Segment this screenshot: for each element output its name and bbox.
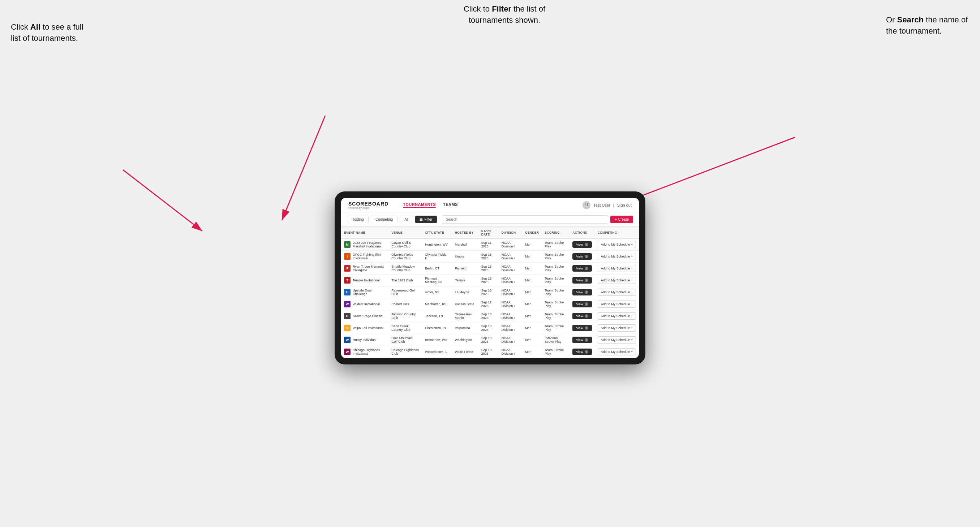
gender-cell: Men: [522, 334, 542, 346]
filter-button[interactable]: ☰ Filter: [415, 216, 436, 223]
event-name-cell: W Chicago Highlands Invitational: [341, 346, 388, 358]
city-cell: Manhattan, KS: [422, 298, 452, 310]
info-icon: i: [585, 290, 588, 294]
nav-tournaments[interactable]: TOURNAMENTS: [403, 202, 436, 208]
annotation-top-right: Or Search the name of the tournament.: [886, 14, 973, 37]
create-button[interactable]: + Create: [610, 216, 633, 223]
scoring-cell: Individual, Stroke Play: [542, 334, 570, 346]
tablet-frame: SCOREBOARD Powered by clippd TOURNAMENTS…: [335, 191, 645, 365]
view-button[interactable]: View i: [573, 265, 592, 271]
actions-cell: View i: [570, 322, 595, 334]
event-name-cell: V Valpo Fall Invitational: [341, 322, 388, 334]
annotation-top-left: Click All to see a full list of tourname…: [11, 22, 90, 44]
event-name-cell: I OFCC Fighting Illini Invitational: [341, 251, 388, 263]
competing-cell: Add to My Schedule +: [595, 298, 639, 310]
user-avatar: U: [582, 201, 590, 209]
view-button[interactable]: View i: [573, 325, 592, 331]
filter-icon: ☰: [420, 217, 423, 221]
venue-cell: Chicago Highlands Club: [388, 346, 422, 358]
event-name-cell: F Ryan T. Lee Memorial Collegiate: [341, 263, 388, 275]
view-button[interactable]: View i: [573, 289, 592, 295]
venue-cell: Jackson Country Club: [388, 310, 422, 322]
all-tab[interactable]: All: [400, 216, 413, 223]
hosted-by-cell: Wake Forest: [452, 346, 479, 358]
view-button[interactable]: View i: [573, 313, 592, 319]
add-to-schedule-button[interactable]: Add to My Schedule +: [598, 313, 636, 320]
competing-cell: Add to My Schedule +: [595, 275, 639, 286]
col-division: DIVISION: [499, 227, 522, 239]
hosting-tab[interactable]: Hosting: [347, 216, 369, 223]
team-logo: T: [344, 277, 350, 284]
division-cell: NCAA Division I: [499, 334, 522, 346]
team-logo: G: [344, 313, 350, 319]
city-cell: Plymouth Meeting, PA: [422, 275, 452, 286]
sign-out-link[interactable]: Sign out: [617, 203, 632, 207]
annotation-top-center: Click to Filter the list of tournaments …: [447, 3, 562, 26]
add-to-schedule-button[interactable]: Add to My Schedule +: [598, 348, 636, 356]
col-competing: COMPETING: [595, 227, 639, 239]
table-row: U Upstate Dual Challenge Ravenwood Golf …: [341, 286, 639, 298]
view-button[interactable]: View i: [573, 301, 592, 307]
info-icon: i: [585, 314, 588, 318]
event-name: Chicago Highlands Invitational: [353, 348, 385, 356]
team-logo: F: [344, 265, 350, 271]
scoring-cell: Team, Stroke Play: [542, 275, 570, 286]
division-cell: NCAA Division I: [499, 346, 522, 358]
view-button[interactable]: View i: [573, 241, 592, 248]
logo-area: SCOREBOARD Powered by clippd: [348, 201, 388, 209]
info-icon: i: [585, 255, 588, 258]
competing-cell: Add to My Schedule +: [595, 286, 639, 298]
add-to-schedule-button[interactable]: Add to My Schedule +: [598, 324, 636, 332]
search-input[interactable]: [442, 215, 609, 224]
gender-cell: Men: [522, 322, 542, 334]
team-logo: V: [344, 325, 350, 331]
add-to-schedule-button[interactable]: Add to My Schedule +: [598, 336, 636, 343]
add-to-schedule-button[interactable]: Add to My Schedule +: [598, 300, 636, 308]
add-to-schedule-button[interactable]: Add to My Schedule +: [598, 265, 636, 272]
city-cell: Bremerton, WA: [422, 334, 452, 346]
table-row: W Husky Individual Gold Mountain Golf Cl…: [341, 334, 639, 346]
add-to-schedule-button[interactable]: Add to My Schedule +: [598, 241, 636, 248]
user-name: Test User: [593, 203, 610, 207]
filter-label: Filter: [424, 217, 432, 221]
division-cell: NCAA Division I: [499, 298, 522, 310]
actions-cell: View i: [570, 239, 595, 251]
logo-text: SCOREBOARD: [348, 201, 388, 206]
view-button[interactable]: View i: [573, 349, 592, 355]
tablet-screen: SCOREBOARD Powered by clippd TOURNAMENTS…: [341, 198, 639, 358]
view-button[interactable]: View i: [573, 337, 592, 343]
hosted-by-cell: Illinois: [452, 251, 479, 263]
competing-tab[interactable]: Competing: [371, 216, 398, 223]
actions-cell: View i: [570, 275, 595, 286]
venue-cell: Ravenwood Golf Club: [388, 286, 422, 298]
division-cell: NCAA Division I: [499, 286, 522, 298]
actions-cell: View i: [570, 263, 595, 275]
view-button[interactable]: View i: [573, 253, 592, 260]
event-name-cell: M 2023 Joe Feaganes Marshall Invitationa…: [341, 239, 388, 251]
add-to-schedule-button[interactable]: Add to My Schedule +: [598, 289, 636, 296]
view-button[interactable]: View i: [573, 277, 592, 284]
event-name-cell: U Upstate Dual Challenge: [341, 286, 388, 298]
add-to-schedule-button[interactable]: Add to My Schedule +: [598, 253, 636, 260]
nav-teams[interactable]: TEAMS: [443, 202, 458, 208]
division-cell: NCAA Division I: [499, 251, 522, 263]
scoring-cell: Team, Stroke Play: [542, 286, 570, 298]
event-name-cell: T Temple Invitational: [341, 275, 388, 286]
competing-cell: Add to My Schedule +: [595, 310, 639, 322]
add-to-schedule-button[interactable]: Add to My Schedule +: [598, 277, 636, 284]
table-row: M 2023 Joe Feaganes Marshall Invitationa…: [341, 239, 639, 251]
team-logo: I: [344, 253, 350, 260]
gender-cell: Men: [522, 310, 542, 322]
app-header: SCOREBOARD Powered by clippd TOURNAMENTS…: [341, 198, 639, 213]
competing-cell: Add to My Schedule +: [595, 239, 639, 251]
svg-line-0: [123, 170, 202, 231]
team-logo: U: [344, 289, 350, 295]
scoring-cell: Team, Stroke Play: [542, 346, 570, 358]
hosted-by-cell: Washington: [452, 334, 479, 346]
scoring-cell: Team, Stroke Play: [542, 310, 570, 322]
table-row: V Valpo Fall Invitational Sand Creek Cou…: [341, 322, 639, 334]
scoring-cell: Team, Stroke Play: [542, 322, 570, 334]
info-icon: i: [585, 267, 588, 270]
start-date-cell: Sep 16, 2023: [479, 263, 499, 275]
team-logo: W: [344, 301, 350, 307]
